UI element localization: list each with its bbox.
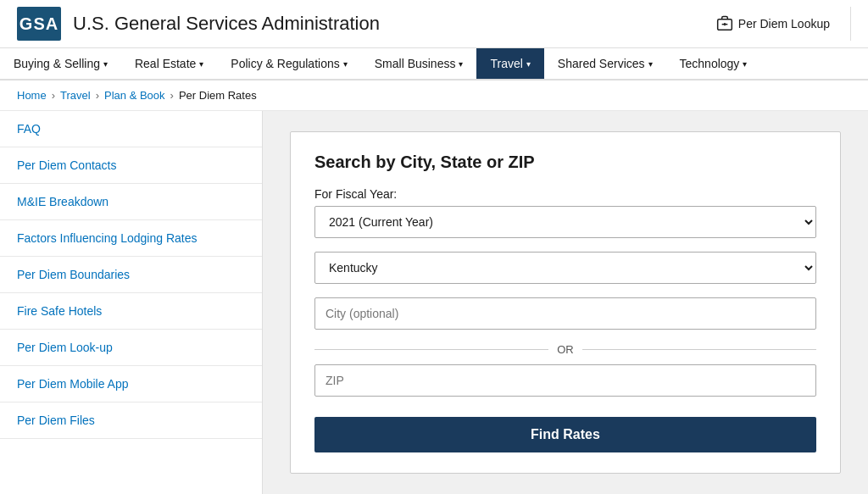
chevron-down-icon: ▾: [526, 59, 531, 69]
sidebar-item-factors-influencing[interactable]: Factors Influencing Lodging Rates: [0, 220, 262, 257]
sidebar-item-mie-breakdown[interactable]: M&IE Breakdown: [0, 184, 262, 220]
sidebar: FAQ Per Diem Contacts M&IE Breakdown Fac…: [0, 111, 263, 494]
chevron-down-icon: ▾: [103, 59, 108, 69]
chevron-down-icon: ▾: [343, 59, 348, 69]
chevron-down-icon: ▾: [199, 59, 203, 69]
breadcrumb-sep-3: ›: [170, 89, 174, 102]
chevron-down-icon: ▾: [743, 59, 747, 69]
nav-shared-services[interactable]: Shared Services ▾: [544, 48, 666, 79]
breadcrumb-sep-1: ›: [52, 89, 55, 102]
sidebar-item-faq[interactable]: FAQ: [0, 111, 262, 147]
main-content: Search by City, State or ZIP For Fiscal …: [263, 111, 868, 494]
sidebar-item-per-diem-lookup[interactable]: Per Diem Look-up: [0, 330, 262, 366]
breadcrumb-plan-book[interactable]: Plan & Book: [104, 89, 165, 102]
state-group: AlabamaAlaskaArizona ArkansasCaliforniaC…: [314, 252, 816, 284]
zip-input[interactable]: [314, 364, 816, 397]
per-diem-lookup-button[interactable]: Per Diem Lookup: [709, 11, 837, 37]
nav-buying-selling[interactable]: Buying & Selling ▾: [0, 48, 121, 79]
breadcrumb-travel[interactable]: Travel: [60, 89, 91, 102]
sidebar-item-per-diem-files[interactable]: Per Diem Files: [0, 402, 262, 439]
chevron-down-icon: ▾: [459, 59, 463, 69]
main-nav: Buying & Selling ▾ Real Estate ▾ Policy …: [0, 48, 868, 80]
nav-small-business[interactable]: Small Business ▾: [361, 48, 477, 79]
fiscal-year-label: For Fiscal Year:: [314, 187, 816, 201]
search-title: Search by City, State or ZIP: [314, 153, 816, 172]
state-select[interactable]: AlabamaAlaskaArizona ArkansasCaliforniaC…: [314, 252, 816, 284]
nav-policy-regulations[interactable]: Policy & Regulations ▾: [217, 48, 360, 79]
sidebar-item-per-diem-contacts[interactable]: Per Diem Contacts: [0, 147, 262, 184]
agency-name: U.S. General Services Administration: [73, 13, 380, 35]
search-box: Search by City, State or ZIP For Fiscal …: [290, 131, 841, 474]
sidebar-item-fire-safe-hotels[interactable]: Fire Safe Hotels: [0, 293, 262, 330]
find-rates-button[interactable]: Find Rates: [314, 417, 816, 452]
breadcrumb-home[interactable]: Home: [17, 89, 47, 102]
sidebar-item-per-diem-boundaries[interactable]: Per Diem Boundaries: [0, 257, 262, 293]
city-group: [314, 297, 816, 330]
header-divider: [850, 7, 851, 41]
fiscal-year-select[interactable]: 2021 (Current Year) 2020 2019 2018: [314, 206, 816, 238]
site-header: GSA U.S. General Services Administration…: [0, 0, 868, 48]
header-right: Per Diem Lookup: [709, 7, 851, 41]
zip-group: [314, 364, 816, 397]
breadcrumb: Home › Travel › Plan & Book › Per Diem R…: [0, 80, 868, 111]
gsa-logo: GSA: [17, 7, 61, 41]
sidebar-item-per-diem-mobile-app[interactable]: Per Diem Mobile App: [0, 366, 262, 402]
or-divider: OR: [314, 343, 816, 356]
breadcrumb-sep-2: ›: [96, 89, 99, 102]
per-diem-lookup-label: Per Diem Lookup: [738, 17, 830, 31]
chevron-down-icon: ▾: [648, 59, 653, 69]
logo-area: GSA U.S. General Services Administration: [17, 7, 380, 41]
nav-travel[interactable]: Travel ▾: [476, 48, 543, 79]
page-body: FAQ Per Diem Contacts M&IE Breakdown Fac…: [0, 111, 868, 494]
nav-technology[interactable]: Technology ▾: [666, 48, 761, 79]
city-input[interactable]: [314, 297, 816, 330]
fiscal-year-group: For Fiscal Year: 2021 (Current Year) 202…: [314, 187, 816, 238]
nav-real-estate[interactable]: Real Estate ▾: [121, 48, 217, 79]
briefcase-icon: [716, 14, 733, 34]
breadcrumb-current: Per Diem Rates: [179, 89, 257, 102]
